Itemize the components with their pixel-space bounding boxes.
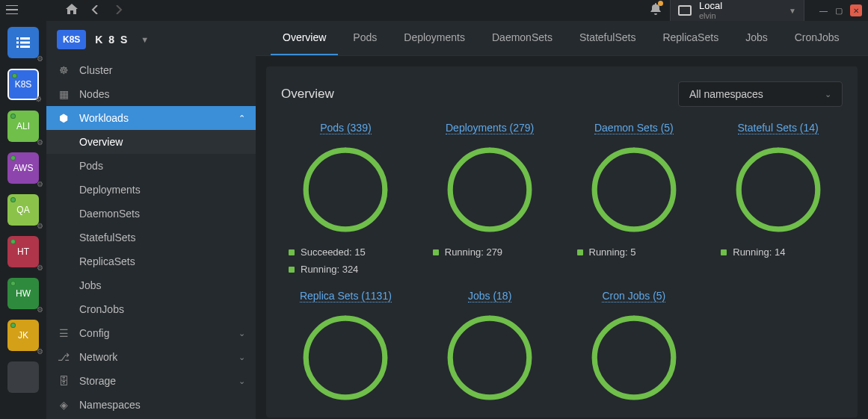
close-button[interactable]: ✕ <box>850 4 862 16</box>
chevron-down-icon: ▼ <box>141 35 149 44</box>
tab-overview[interactable]: Overview <box>271 21 338 55</box>
cluster-user: elvin <box>699 11 722 20</box>
sidebar-sub-cronjobs[interactable]: CronJobs <box>46 297 256 321</box>
rail-item-more[interactable] <box>7 361 39 393</box>
card-jobs: Jobs (18) <box>425 290 555 403</box>
gear-icon: ⚙ <box>37 264 43 272</box>
back-icon[interactable] <box>91 4 100 17</box>
sidebar-item-cluster[interactable]: ☸Cluster <box>46 58 256 82</box>
tabs: Overview Pods Deployments DaemonSets Sta… <box>256 21 868 56</box>
card-title-replicasets[interactable]: Replica Sets (1131) <box>300 290 392 302</box>
card-title-deployments[interactable]: Deployments (279) <box>446 122 534 134</box>
legend-succeeded: Succeeded: 15 <box>289 246 366 258</box>
rail-item-k8s[interactable]: K8S⚙ <box>7 69 39 100</box>
gear-icon: ⚙ <box>37 222 43 230</box>
menu-icon[interactable] <box>6 4 21 17</box>
config-icon: ☰ <box>57 327 70 339</box>
tab-deployments[interactable]: Deployments <box>392 21 477 55</box>
legend-running: Running: 279 <box>433 246 502 258</box>
bell-icon[interactable] <box>650 3 661 18</box>
gear-icon: ⚙ <box>37 180 43 188</box>
maximize-button[interactable]: ▢ <box>835 6 843 16</box>
chevron-down-icon: ⌄ <box>238 376 245 386</box>
card-title-cronjobs[interactable]: Cron Jobs (5) <box>602 290 665 302</box>
forward-icon[interactable] <box>114 4 123 17</box>
sidebar-header[interactable]: K8S K 8 S ▼ <box>46 21 256 58</box>
rail-catalog[interactable]: ⚙ <box>7 27 39 58</box>
sidebar-sub-daemonsets[interactable]: DaemonSets <box>46 202 256 226</box>
svg-point-13 <box>594 318 674 397</box>
rail-item-ali[interactable]: ALI⚙ <box>7 111 39 142</box>
sidebar-badge: K8S <box>57 30 86 49</box>
card-cronjobs: Cron Jobs (5) <box>570 290 699 403</box>
card-title-statefulsets[interactable]: Stateful Sets (14) <box>738 122 819 134</box>
sidebar: K8S K 8 S ▼ ☸Cluster ▦Nodes ⬢Workloads⌃ … <box>46 21 256 419</box>
sidebar-item-nodes[interactable]: ▦Nodes <box>46 82 256 106</box>
sidebar-sub-statefulsets[interactable]: StatefulSets <box>46 226 256 249</box>
network-icon: ⎇ <box>57 351 70 363</box>
gear-icon: ⚙ <box>37 138 43 146</box>
cluster-rail: ⚙ K8S⚙ ALI⚙ AWS⚙ QA⚙ HT⚙ HW⚙ JK⚙ <box>0 21 46 419</box>
replicasets-ring-chart <box>301 313 390 403</box>
sidebar-sub-deployments[interactable]: Deployments <box>46 178 256 202</box>
card-title-jobs[interactable]: Jobs (18) <box>468 290 511 302</box>
workloads-icon: ⬢ <box>57 112 70 124</box>
sidebar-sub-replicasets[interactable]: ReplicaSets <box>46 249 256 273</box>
minimize-button[interactable]: — <box>819 6 828 15</box>
legend-running: Running: 324 <box>289 264 366 275</box>
svg-point-3 <box>450 150 529 229</box>
cronjobs-ring-chart <box>589 313 679 403</box>
storage-icon: 🗄 <box>57 375 70 387</box>
deployments-ring-chart <box>445 145 535 235</box>
tab-statefulsets[interactable]: StatefulSets <box>567 21 648 55</box>
sidebar-sub-overview[interactable]: Overview <box>46 130 256 154</box>
card-replicasets: Replica Sets (1131) <box>281 290 410 403</box>
rail-item-jk[interactable]: JK⚙ <box>7 320 39 351</box>
rail-item-hw[interactable]: HW⚙ <box>7 278 39 309</box>
sidebar-sub-pods[interactable]: Pods <box>46 154 256 178</box>
monitor-icon <box>678 5 692 16</box>
card-daemonsets: Daemon Sets (5) Running: 5 <box>570 122 699 275</box>
chevron-down-icon: ▼ <box>789 7 796 15</box>
titlebar: Local elvin ▼ — ▢ ✕ <box>0 0 868 21</box>
chevron-down-icon: ⌄ <box>238 353 245 362</box>
tab-pods[interactable]: Pods <box>341 21 389 55</box>
svg-point-11 <box>450 318 529 397</box>
namespaces-icon: ◈ <box>57 399 70 411</box>
chevron-down-icon: ⌄ <box>238 329 245 338</box>
sidebar-title: K 8 S <box>95 34 129 46</box>
sidebar-item-workloads[interactable]: ⬢Workloads⌃ <box>46 106 256 130</box>
svg-point-9 <box>307 318 386 397</box>
tab-jobs[interactable]: Jobs <box>733 21 780 55</box>
tab-daemonsets[interactable]: DaemonSets <box>480 21 564 55</box>
rail-item-qa[interactable]: QA⚙ <box>7 194 39 226</box>
tab-cronjobs[interactable]: CronJobs <box>783 21 852 55</box>
card-deployments: Deployments (279) Running: 279 <box>425 122 555 275</box>
sidebar-item-config[interactable]: ☰Config⌄ <box>46 321 256 345</box>
card-statefulsets: Stateful Sets (14) Running: 14 <box>713 122 843 275</box>
card-pods: Pods (339) Succeeded: 15 Running: 324 <box>281 122 410 275</box>
daemonsets-ring-chart <box>589 145 679 235</box>
nodes-icon: ▦ <box>57 88 70 100</box>
jobs-ring-chart <box>445 313 535 403</box>
sidebar-sub-jobs[interactable]: Jobs <box>46 273 256 297</box>
tab-replicasets[interactable]: ReplicaSets <box>650 21 730 55</box>
legend-running: Running: 5 <box>577 246 636 258</box>
cluster-name: Local <box>699 1 722 11</box>
rail-item-ht[interactable]: HT⚙ <box>7 236 39 267</box>
rail-item-aws[interactable]: AWS⚙ <box>7 152 39 184</box>
sidebar-item-storage[interactable]: 🗄Storage⌄ <box>46 369 256 393</box>
sidebar-item-namespaces[interactable]: ◈Namespaces <box>46 393 256 417</box>
card-title-pods[interactable]: Pods (339) <box>320 122 371 134</box>
overview-panel: Overview All namespaces ⌄ Pods (339) Suc… <box>266 66 858 418</box>
content-area: Overview Pods Deployments DaemonSets Sta… <box>256 21 868 419</box>
pods-ring-chart <box>301 145 390 235</box>
sidebar-item-network[interactable]: ⎇Network⌄ <box>46 345 256 369</box>
namespace-select[interactable]: All namespaces ⌄ <box>678 81 843 107</box>
panel-title: Overview <box>281 87 334 102</box>
svg-point-1 <box>307 150 386 229</box>
home-icon[interactable] <box>66 4 78 17</box>
legend-running: Running: 14 <box>721 246 785 258</box>
gear-icon: ⚙ <box>37 55 43 63</box>
card-title-daemonsets[interactable]: Daemon Sets (5) <box>594 122 674 134</box>
